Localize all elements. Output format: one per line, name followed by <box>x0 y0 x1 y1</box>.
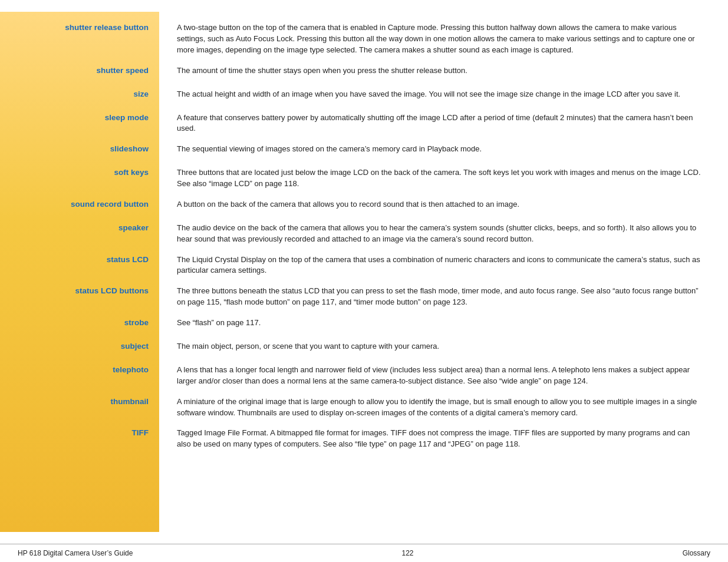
term-label: strobe <box>0 313 159 336</box>
definition-row: The main object, person, or scene that y… <box>177 336 704 360</box>
term-label: thumbnail <box>0 392 159 424</box>
term-row: TIFF <box>0 423 159 455</box>
footer-page-number: 122 <box>402 549 414 557</box>
term-row: status LCD buttons <box>0 281 159 313</box>
definition-text: The three buttons beneath the status LCD… <box>177 286 704 308</box>
term-row: subject <box>0 336 159 360</box>
term-label: status LCD <box>0 250 159 282</box>
term-label: subject <box>0 336 159 360</box>
definition-text: The amount of time the shutter stays ope… <box>177 65 704 77</box>
definition-row: A miniature of the original image that i… <box>177 392 704 424</box>
definition-row: A feature that conserves battery power b… <box>177 108 704 140</box>
term-label: shutter release button <box>0 18 159 61</box>
definition-text: A button on the back of the camera that … <box>177 199 704 210</box>
definition-row: Tagged Image File Format. A bitmapped fi… <box>177 423 704 455</box>
term-label: sound record button <box>0 194 159 218</box>
definition-text: Tagged Image File Format. A bitmapped fi… <box>177 428 704 450</box>
definition-text: A two-stage button on the top of the cam… <box>177 22 704 56</box>
definition-row: A two-stage button on the top of the cam… <box>177 18 704 61</box>
left-sidebar: shutter release buttonshutter speedsizes… <box>0 12 159 532</box>
term-label: status LCD buttons <box>0 281 159 313</box>
term-row: speaker <box>0 218 159 250</box>
definition-row: The sequential viewing of images stored … <box>177 139 704 163</box>
term-list: shutter release buttonshutter speedsizes… <box>0 18 159 455</box>
term-row: sleep mode <box>0 108 159 140</box>
term-label: size <box>0 84 159 108</box>
definition-row: See “flash” on page 117. <box>177 313 704 336</box>
term-row: thumbnail <box>0 392 159 424</box>
definition-text: Three buttons that are located just belo… <box>177 167 704 190</box>
term-label: telephoto <box>0 360 159 392</box>
term-row: size <box>0 84 159 108</box>
definition-row: The amount of time the shutter stays ope… <box>177 61 704 84</box>
term-label: slideshow <box>0 139 159 163</box>
main-content: shutter release buttonshutter speedsizes… <box>0 0 728 544</box>
definition-text: A miniature of the original image that i… <box>177 396 704 419</box>
definition-row: The Liquid Crystal Display on the top of… <box>177 250 704 282</box>
definition-text: The sequential viewing of images stored … <box>177 144 704 155</box>
footer-left: HP 618 Digital Camera User’s Guide <box>18 549 133 557</box>
term-row: soft keys <box>0 163 159 194</box>
term-row: shutter release button <box>0 18 159 61</box>
definition-text: The Liquid Crystal Display on the top of… <box>177 254 704 277</box>
footer: HP 618 Digital Camera User’s Guide 122 G… <box>0 544 728 562</box>
term-label: soft keys <box>0 163 159 194</box>
definition-row: The audio device on the back of the came… <box>177 218 704 250</box>
page-wrapper: shutter release buttonshutter speedsizes… <box>0 0 728 562</box>
definition-text: See “flash” on page 117. <box>177 318 704 329</box>
definition-row: The actual height and width of an image … <box>177 84 704 108</box>
definition-text: A lens that has a longer focal length an… <box>177 365 704 387</box>
term-row: shutter speed <box>0 61 159 84</box>
definition-text: The actual height and width of an image … <box>177 89 704 100</box>
definition-row: A lens that has a longer focal length an… <box>177 360 704 392</box>
footer-right: Glossary <box>683 549 710 557</box>
term-label: shutter speed <box>0 61 159 84</box>
definition-text: The main object, person, or scene that y… <box>177 341 704 352</box>
term-label: speaker <box>0 218 159 250</box>
definition-text: The audio device on the back of the came… <box>177 223 704 245</box>
term-row: telephoto <box>0 360 159 392</box>
definition-text: A feature that conserves battery power b… <box>177 113 704 135</box>
term-row: strobe <box>0 313 159 336</box>
definition-row: Three buttons that are located just belo… <box>177 163 704 194</box>
term-row: sound record button <box>0 194 159 218</box>
term-row: status LCD <box>0 250 159 282</box>
definition-row: The three buttons beneath the status LCD… <box>177 281 704 313</box>
definitions-panel: A two-stage button on the top of the cam… <box>159 12 728 532</box>
term-label: sleep mode <box>0 108 159 140</box>
term-label: TIFF <box>0 423 159 455</box>
definition-row: A button on the back of the camera that … <box>177 194 704 218</box>
term-row: slideshow <box>0 139 159 163</box>
